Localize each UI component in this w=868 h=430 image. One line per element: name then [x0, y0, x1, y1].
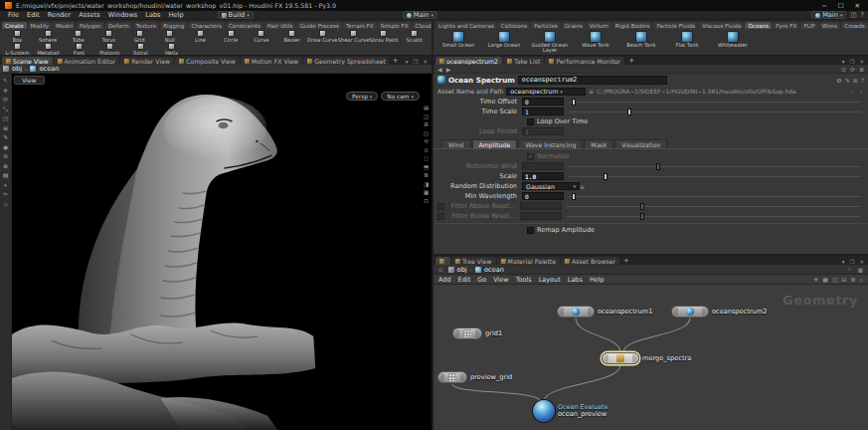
node-body[interactable]	[557, 306, 595, 318]
shelf-tool[interactable]: Grid	[124, 30, 155, 42]
node-body[interactable]	[671, 306, 709, 318]
shelf-tab[interactable]: Grains	[562, 22, 586, 29]
close-button[interactable]: ✕	[855, 2, 860, 10]
shelf-tab[interactable]: Model	[53, 22, 76, 29]
folder-tab[interactable]: Mask	[584, 139, 613, 148]
viewport-toolbar-icon[interactable]: ⟲	[424, 139, 429, 145]
shelf-tool[interactable]: Curve	[247, 30, 277, 42]
shelf-tab[interactable]: Hair Utils	[264, 22, 296, 29]
path-item-obj[interactable]: obj	[457, 266, 467, 274]
path-item-obj[interactable]: obj	[12, 65, 22, 73]
shelf-tool[interactable]: Spray Paint	[369, 30, 400, 42]
shelf-tab[interactable]: Vellum	[587, 22, 611, 29]
shelf-tab[interactable]: Particles	[531, 22, 561, 29]
node-oceanspectrum2[interactable]: oceanspectrum2	[671, 306, 767, 318]
left-toolbar-icon[interactable]: ⤡	[3, 107, 8, 112]
network-menu-item[interactable]: Add	[438, 276, 451, 284]
shelf-tool[interactable]: Wave Tank	[573, 31, 618, 55]
shelf-tool[interactable]: Small Ocean	[435, 31, 481, 55]
shelf-tab[interactable]: Viscous Fluids	[699, 22, 744, 29]
zoom-icon[interactable]: ⌕	[860, 276, 863, 284]
prev-asset-icon[interactable]: ‹	[849, 89, 855, 95]
help-icon[interactable]: ?	[861, 77, 864, 84]
shelf-tool[interactable]: Torus	[93, 30, 124, 42]
viewport-toolbar-icon[interactable]: ⊞	[424, 122, 429, 128]
ocean-evaluate-icon[interactable]	[533, 400, 555, 422]
node-body[interactable]	[437, 371, 467, 383]
shelf-tab[interactable]: Create	[2, 22, 27, 29]
list-icon[interactable]: ≣	[851, 276, 856, 284]
shelf-tab[interactable]: Polygon	[77, 22, 104, 29]
viewport[interactable]: View Persp ▾ No cam ▾ ▤◫⊞◰⟲⊙◻⬒≣◨▦⊡	[12, 74, 432, 430]
shelf-tool[interactable]: Circle	[216, 30, 247, 42]
forward-arrow-icon[interactable]: ▶	[446, 66, 451, 73]
left-toolbar-icon[interactable]: ◉	[3, 144, 8, 150]
time-scale-slider[interactable]	[569, 108, 861, 115]
new-pane-tab-button[interactable]: +	[620, 257, 632, 265]
list-icon[interactable]: ≣	[859, 66, 864, 73]
new-pane-tab-button[interactable]: +	[625, 57, 637, 65]
main-selector-right[interactable]: Main ▾	[811, 11, 846, 19]
shelf-tool[interactable]: Spiral	[125, 43, 156, 55]
shelf-tool[interactable]: Font	[64, 43, 94, 55]
viewport-toolbar-icon[interactable]: ◻	[424, 156, 429, 162]
split-view-icon[interactable]: ◫	[832, 276, 838, 284]
pane-tab[interactable]: Tree View	[451, 257, 496, 265]
pin-icon[interactable]: ⊙	[841, 66, 846, 73]
viewport-toolbar-icon[interactable]: ⊙	[424, 148, 429, 154]
shelf-tool[interactable]: Flat Tank	[664, 31, 710, 55]
node-name-field[interactable]: oceanspectrum2	[518, 76, 667, 85]
pane-layout-icon[interactable]: ◫	[850, 11, 856, 19]
shelf-tab[interactable]: Cloud FX	[413, 22, 432, 29]
node-merge-spectra[interactable]: merge_spectra	[602, 352, 691, 364]
shelf-tab[interactable]: Particle Fluids	[653, 22, 698, 29]
shelf-tab[interactable]: Constraints	[226, 22, 263, 29]
random-distribution-dropdown[interactable]: Gaussian ▾	[522, 182, 580, 190]
camera-select-button[interactable]: No cam ▾	[381, 92, 420, 101]
network-menu-item[interactable]: Go	[477, 276, 486, 284]
network-menu-item[interactable]: Layout	[539, 276, 561, 284]
shelf-tab[interactable]: FLIP	[800, 22, 817, 29]
scale-field[interactable]: 1.0	[522, 172, 564, 180]
pane-tab[interactable]: Geometry Spreadsheet	[303, 57, 389, 65]
shelf-tool[interactable]: Shear Curve	[338, 30, 369, 42]
help-icon[interactable]: ?	[861, 11, 864, 19]
left-toolbar-icon[interactable]: ◇	[3, 201, 8, 207]
shelf-tool[interactable]: Whitewater	[710, 31, 756, 55]
node-body[interactable]	[602, 352, 639, 364]
pane-tab[interactable]: Take List	[503, 57, 545, 65]
left-toolbar-icon[interactable]: ↖	[3, 78, 8, 84]
network-menu-item[interactable]: Help	[590, 276, 605, 284]
next-asset-icon[interactable]: ›	[858, 89, 864, 95]
pane-tab[interactable]: Composite View	[175, 57, 240, 65]
shelf-tab[interactable]: Pyro FX	[773, 22, 799, 29]
shelf-tool[interactable]: Helix	[156, 43, 187, 55]
shelf-tool[interactable]: Line	[185, 30, 216, 42]
viewport-toolbar-icon[interactable]: ▤	[424, 106, 429, 111]
shelf-tool[interactable]: Null	[154, 30, 185, 42]
gear-icon[interactable]: ⚙	[836, 77, 841, 84]
shelf-tool[interactable]: Beach Tank	[618, 31, 664, 55]
minimize-button[interactable]: −	[821, 2, 826, 10]
shelf-tool[interactable]: Metaball	[33, 43, 64, 55]
network-canvas[interactable]: Geometry oceanspectrum1	[434, 285, 868, 430]
menu-item[interactable]: Windows	[104, 11, 141, 19]
node-oceanspectrum1[interactable]: oceanspectrum1	[557, 306, 652, 318]
node-preview-grid[interactable]: preview_grid	[437, 371, 512, 383]
shelf-tab[interactable]: Guide Process	[296, 22, 341, 29]
folder-tab[interactable]: Amplitude	[472, 139, 518, 148]
shelf-tab[interactable]: Deform	[105, 22, 132, 29]
shelf-tab[interactable]: Oceans	[745, 22, 772, 29]
shelf-tool[interactable]: Bezier	[276, 30, 307, 42]
shelf-tool[interactable]: Box	[2, 30, 33, 42]
viewport-toolbar-icon[interactable]: ≣	[424, 173, 429, 179]
pane-tab[interactable]: Scene View	[2, 57, 53, 65]
node-body[interactable]	[452, 327, 482, 339]
menu-item[interactable]: Edit	[23, 11, 44, 19]
shelf-tool[interactable]: Platonic	[94, 43, 125, 55]
shelf-tool[interactable]: Tube	[63, 30, 93, 42]
persp-button[interactable]: Persp ▾	[346, 92, 378, 101]
grid-icon[interactable]: ⊞	[853, 77, 858, 84]
refresh-icon[interactable]: ⟳	[850, 66, 855, 73]
left-toolbar-icon[interactable]: ⟳	[3, 97, 8, 103]
